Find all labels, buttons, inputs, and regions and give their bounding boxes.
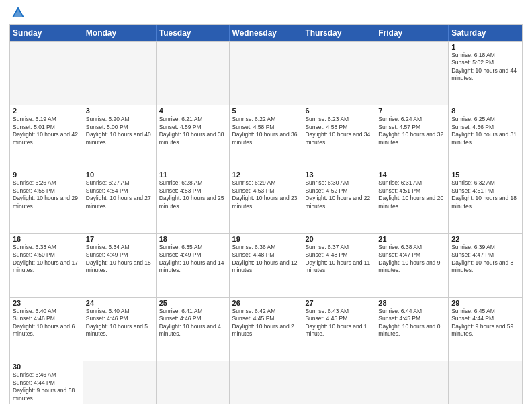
day-number: 22 (451, 235, 519, 243)
cal-cell: 12Sunrise: 6:29 AM Sunset: 4:53 PM Dayli… (230, 169, 303, 232)
cal-cell: 13Sunrise: 6:30 AM Sunset: 4:52 PM Dayli… (302, 169, 375, 232)
cal-cell: 1Sunrise: 6:18 AM Sunset: 5:02 PM Daylig… (449, 42, 522, 105)
cal-cell (230, 361, 303, 404)
cal-cell (449, 361, 522, 404)
day-info: Sunrise: 6:33 AM Sunset: 4:50 PM Dayligh… (13, 244, 80, 275)
day-number: 29 (451, 299, 519, 307)
day-info: Sunrise: 6:37 AM Sunset: 4:48 PM Dayligh… (305, 244, 372, 275)
day-number: 17 (86, 235, 153, 243)
day-info: Sunrise: 6:35 AM Sunset: 4:49 PM Dayligh… (159, 244, 226, 275)
cal-cell: 29Sunrise: 6:45 AM Sunset: 4:44 PM Dayli… (449, 298, 522, 361)
cal-header-cell: Saturday (449, 25, 522, 41)
cal-cell: 11Sunrise: 6:28 AM Sunset: 4:53 PM Dayli… (157, 169, 230, 232)
cal-cell: 18Sunrise: 6:35 AM Sunset: 4:49 PM Dayli… (157, 234, 230, 297)
cal-cell: 7Sunrise: 6:24 AM Sunset: 4:57 PM Daylig… (375, 105, 449, 169)
cal-cell (302, 42, 375, 105)
cal-cell: 16Sunrise: 6:33 AM Sunset: 4:50 PM Dayli… (10, 234, 83, 297)
day-info: Sunrise: 6:21 AM Sunset: 4:59 PM Dayligh… (159, 116, 226, 146)
cal-cell (83, 42, 157, 105)
cal-header-cell: Friday (375, 25, 449, 41)
cal-cell: 21Sunrise: 6:38 AM Sunset: 4:47 PM Dayli… (375, 234, 449, 297)
cal-header-cell: Tuesday (157, 25, 230, 41)
cal-cell: 17Sunrise: 6:34 AM Sunset: 4:49 PM Dayli… (83, 234, 157, 297)
cal-cell: 2Sunrise: 6:19 AM Sunset: 5:01 PM Daylig… (10, 105, 83, 169)
day-info: Sunrise: 6:23 AM Sunset: 4:58 PM Dayligh… (305, 116, 372, 146)
day-info: Sunrise: 6:36 AM Sunset: 4:48 PM Dayligh… (232, 244, 300, 275)
day-info: Sunrise: 6:20 AM Sunset: 5:00 PM Dayligh… (86, 116, 153, 146)
cal-cell: 6Sunrise: 6:23 AM Sunset: 4:58 PM Daylig… (302, 105, 375, 169)
page: SundayMondayTuesdayWednesdayThursdayFrid… (0, 0, 532, 411)
cal-cell: 24Sunrise: 6:40 AM Sunset: 4:46 PM Dayli… (83, 298, 157, 361)
cal-cell: 14Sunrise: 6:31 AM Sunset: 4:51 PM Dayli… (375, 169, 449, 232)
cal-cell: 15Sunrise: 6:32 AM Sunset: 4:51 PM Dayli… (449, 169, 522, 232)
day-info: Sunrise: 6:43 AM Sunset: 4:45 PM Dayligh… (305, 308, 372, 338)
day-info: Sunrise: 6:30 AM Sunset: 4:52 PM Dayligh… (305, 179, 372, 210)
day-number: 12 (232, 171, 300, 179)
day-number: 10 (86, 171, 153, 179)
cal-cell: 3Sunrise: 6:20 AM Sunset: 5:00 PM Daylig… (83, 105, 157, 169)
day-info: Sunrise: 6:24 AM Sunset: 4:57 PM Dayligh… (378, 116, 445, 146)
cal-cell (230, 42, 303, 105)
cal-cell: 19Sunrise: 6:36 AM Sunset: 4:48 PM Dayli… (230, 234, 303, 297)
day-number: 14 (378, 171, 445, 179)
day-info: Sunrise: 6:34 AM Sunset: 4:49 PM Dayligh… (86, 244, 153, 275)
day-info: Sunrise: 6:46 AM Sunset: 4:44 PM Dayligh… (13, 371, 80, 402)
cal-cell: 25Sunrise: 6:41 AM Sunset: 4:46 PM Dayli… (157, 298, 230, 361)
day-number: 21 (378, 235, 445, 243)
logo (9, 7, 26, 20)
cal-header-cell: Monday (83, 25, 157, 41)
day-info: Sunrise: 6:38 AM Sunset: 4:47 PM Dayligh… (378, 244, 445, 275)
day-info: Sunrise: 6:45 AM Sunset: 4:44 PM Dayligh… (451, 308, 519, 338)
day-info: Sunrise: 6:26 AM Sunset: 4:55 PM Dayligh… (13, 179, 80, 210)
day-number: 4 (159, 107, 226, 115)
day-info: Sunrise: 6:39 AM Sunset: 4:47 PM Dayligh… (451, 244, 519, 275)
cal-cell: 8Sunrise: 6:25 AM Sunset: 4:56 PM Daylig… (449, 105, 522, 169)
cal-row: 2Sunrise: 6:19 AM Sunset: 5:01 PM Daylig… (10, 105, 522, 169)
day-info: Sunrise: 6:41 AM Sunset: 4:46 PM Dayligh… (159, 308, 226, 338)
cal-cell: 9Sunrise: 6:26 AM Sunset: 4:55 PM Daylig… (10, 169, 83, 232)
cal-cell (157, 361, 230, 404)
day-number: 23 (13, 299, 80, 307)
day-number: 18 (159, 235, 226, 243)
cal-cell (157, 42, 230, 105)
day-info: Sunrise: 6:25 AM Sunset: 4:56 PM Dayligh… (451, 116, 519, 146)
day-info: Sunrise: 6:32 AM Sunset: 4:51 PM Dayligh… (451, 179, 519, 210)
day-number: 11 (159, 171, 226, 179)
day-number: 6 (305, 107, 372, 115)
cal-cell: 26Sunrise: 6:42 AM Sunset: 4:45 PM Dayli… (230, 298, 303, 361)
cal-cell: 23Sunrise: 6:40 AM Sunset: 4:46 PM Dayli… (10, 298, 83, 361)
cal-header-cell: Wednesday (230, 25, 303, 41)
day-number: 28 (378, 299, 445, 307)
day-number: 3 (86, 107, 153, 115)
cal-cell (10, 42, 83, 105)
cal-cell: 22Sunrise: 6:39 AM Sunset: 4:47 PM Dayli… (449, 234, 522, 297)
day-number: 15 (451, 171, 519, 179)
day-info: Sunrise: 6:18 AM Sunset: 5:02 PM Dayligh… (451, 52, 519, 83)
day-info: Sunrise: 6:40 AM Sunset: 4:46 PM Dayligh… (86, 308, 153, 338)
day-info: Sunrise: 6:44 AM Sunset: 4:45 PM Dayligh… (378, 308, 445, 338)
day-number: 5 (232, 107, 300, 115)
cal-row: 16Sunrise: 6:33 AM Sunset: 4:50 PM Dayli… (10, 233, 522, 297)
cal-cell (375, 42, 449, 105)
day-info: Sunrise: 6:42 AM Sunset: 4:45 PM Dayligh… (232, 308, 300, 338)
cal-header-cell: Sunday (10, 25, 83, 41)
cal-row: 9Sunrise: 6:26 AM Sunset: 4:55 PM Daylig… (10, 169, 522, 232)
cal-cell: 4Sunrise: 6:21 AM Sunset: 4:59 PM Daylig… (157, 105, 230, 169)
cal-cell (83, 361, 157, 404)
cal-cell (302, 361, 375, 404)
day-number: 25 (159, 299, 226, 307)
cal-row: 30Sunrise: 6:46 AM Sunset: 4:44 PM Dayli… (10, 361, 522, 404)
cal-cell: 20Sunrise: 6:37 AM Sunset: 4:48 PM Dayli… (302, 234, 375, 297)
calendar-header: SundayMondayTuesdayWednesdayThursdayFrid… (10, 25, 522, 41)
cal-header-cell: Thursday (302, 25, 375, 41)
day-info: Sunrise: 6:40 AM Sunset: 4:46 PM Dayligh… (13, 308, 80, 338)
day-number: 2 (13, 107, 80, 115)
day-number: 26 (232, 299, 300, 307)
cal-cell: 30Sunrise: 6:46 AM Sunset: 4:44 PM Dayli… (10, 361, 83, 404)
cal-cell: 5Sunrise: 6:22 AM Sunset: 4:58 PM Daylig… (230, 105, 303, 169)
day-number: 13 (305, 171, 372, 179)
cal-cell: 10Sunrise: 6:27 AM Sunset: 4:54 PM Dayli… (83, 169, 157, 232)
day-info: Sunrise: 6:29 AM Sunset: 4:53 PM Dayligh… (232, 179, 300, 210)
day-number: 7 (378, 107, 445, 115)
day-number: 24 (86, 299, 153, 307)
